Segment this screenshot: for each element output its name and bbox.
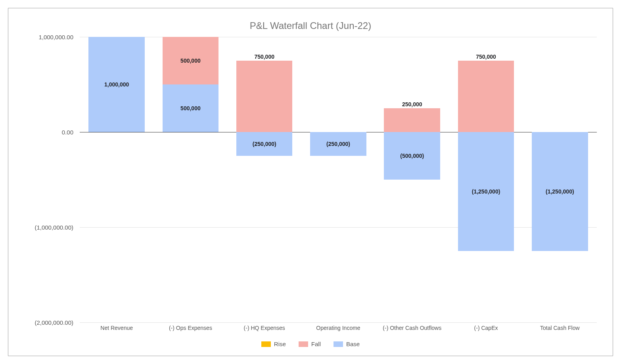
x-axis: Net Revenue(-) Ops Expenses(-) HQ Expens… <box>80 325 597 331</box>
x-tick: (-) CapEx <box>449 325 523 331</box>
y-tick: 0.00 <box>62 129 73 136</box>
category-slot: (500,000)250,000 <box>375 37 449 322</box>
legend-swatch <box>261 341 271 347</box>
bar-segment-base: (250,000) <box>236 132 293 156</box>
chart-body: 1,000,000.000.00(1,000,000.00)(2,000,000… <box>24 37 597 322</box>
legend: RiseFallBase <box>24 341 597 347</box>
legend-label: Fall <box>311 341 321 347</box>
bar-label: 750,000 <box>458 54 514 60</box>
bar-segment-base: (1,250,000) <box>532 132 588 251</box>
bar-segment-fall: 750,000 <box>236 61 293 132</box>
bars-layer: 1,000,000500,000500,000(250,000)750,000(… <box>80 37 597 322</box>
bar-label: 500,000 <box>163 57 219 64</box>
legend-swatch <box>299 341 308 347</box>
x-tick: (-) Ops Expenses <box>153 325 227 331</box>
bar-label: (1,250,000) <box>458 188 514 195</box>
bar-segment-base: (1,250,000) <box>458 132 514 251</box>
legend-label: Base <box>346 341 360 347</box>
legend-item-base: Base <box>334 341 360 347</box>
bar-label: (500,000) <box>384 153 440 159</box>
y-tick: (1,000,000.00) <box>34 224 73 231</box>
waterfall-chart: P&L Waterfall Chart (Jun-22) 1,000,000.0… <box>8 8 613 356</box>
x-tick: (-) HQ Expenses <box>228 325 301 331</box>
category-slot: (250,000)750,000 <box>228 37 301 322</box>
chart-title: P&L Waterfall Chart (Jun-22) <box>24 20 597 31</box>
y-axis: 1,000,000.000.00(1,000,000.00)(2,000,000… <box>24 37 80 322</box>
bar-label: (1,250,000) <box>532 188 588 195</box>
plot-area: 1,000,000500,000500,000(250,000)750,000(… <box>80 37 597 322</box>
bar-segment-fall: 250,000 <box>384 108 440 132</box>
x-tick: Total Cash Flow <box>523 325 597 331</box>
bar-segment-base: 1,000,000 <box>88 37 145 132</box>
bar-label: 1,000,000 <box>88 81 145 88</box>
bar-label: 250,000 <box>384 101 440 107</box>
x-tick: Operating Income <box>301 325 375 331</box>
legend-item-fall: Fall <box>299 341 321 347</box>
category-slot: 1,000,000 <box>80 37 153 322</box>
legend-item-rise: Rise <box>261 341 286 347</box>
bar-segment-base: (250,000) <box>310 132 366 156</box>
bar-label: 750,000 <box>236 54 293 60</box>
bar-label: (250,000) <box>310 141 366 147</box>
legend-swatch <box>334 341 343 347</box>
category-slot: 500,000500,000 <box>153 37 227 322</box>
y-tick: 1,000,000.00 <box>38 34 73 40</box>
bar-label: 500,000 <box>163 105 219 111</box>
bar-label: (250,000) <box>236 141 293 147</box>
category-slot: (1,250,000) <box>523 37 597 322</box>
y-tick: (2,000,000.00) <box>34 319 73 326</box>
bar-segment-base: 500,000 <box>163 84 219 132</box>
category-slot: (250,000) <box>301 37 375 322</box>
bar-segment-fall: 500,000 <box>163 37 219 84</box>
gridline <box>80 322 597 323</box>
bar-segment-fall: 750,000 <box>458 61 514 132</box>
legend-label: Rise <box>274 341 286 347</box>
bar-segment-base: (500,000) <box>384 132 440 180</box>
category-slot: (1,250,000)750,000 <box>449 37 523 322</box>
x-tick: Net Revenue <box>80 325 153 331</box>
x-tick: (-) Other Cash Outflows <box>375 325 449 331</box>
